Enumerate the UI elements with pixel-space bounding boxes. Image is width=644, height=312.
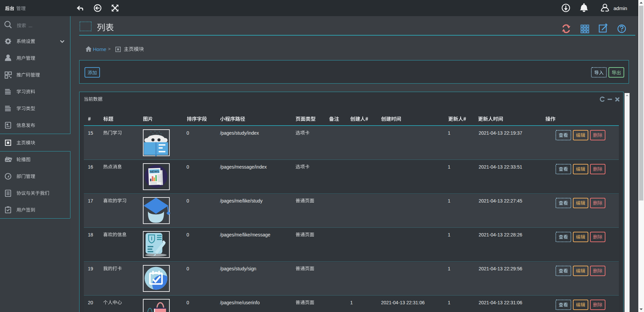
svg-text:NEWS: NEWS [150,170,159,174]
